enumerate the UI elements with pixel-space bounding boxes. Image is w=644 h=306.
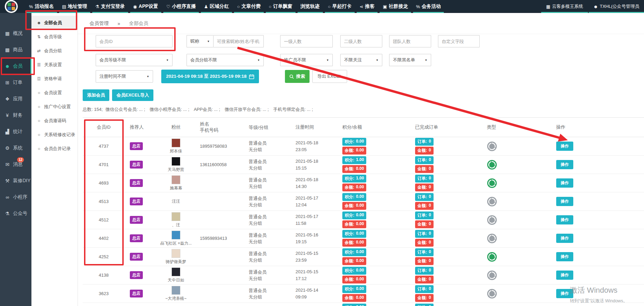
sidebar-item[interactable]: ▩ 商品 bbox=[0, 42, 31, 58]
custom-field-input[interactable] bbox=[438, 35, 480, 47]
sidebar-item[interactable]: ▦ 概况 bbox=[0, 25, 31, 42]
cell-phone: 18959758083 bbox=[195, 144, 244, 149]
referrer-badge[interactable]: 总店 bbox=[130, 253, 143, 261]
top-nav-item[interactable]: % 会务活动 bbox=[413, 0, 444, 13]
sidebar-item[interactable]: ⊞ 订单 bbox=[0, 74, 31, 91]
operate-button[interactable]: 操作 bbox=[556, 142, 573, 151]
submenu-item[interactable]: ○ 推广中心设置 bbox=[31, 100, 78, 114]
submenu-item[interactable]: ☻ 全部会员 bbox=[31, 16, 78, 30]
referrer-badge[interactable]: 总店 bbox=[130, 290, 143, 297]
top-nav-item[interactable]: ⚗ 支付宝登录 bbox=[92, 0, 128, 13]
date-range-button[interactable]: 2021-04-19 09:18 至 2021-05-19 09:18 bbox=[161, 70, 259, 83]
submenu-item[interactable]: ⇄ 会员分组 bbox=[31, 44, 78, 58]
sidebar-item[interactable]: ⚙ 系统 bbox=[0, 140, 31, 156]
operate-button[interactable]: 操作 bbox=[556, 289, 573, 298]
referrer-badge[interactable]: 总店 bbox=[130, 161, 143, 169]
referrer-badge[interactable]: 总店 bbox=[130, 271, 143, 279]
add-member-button[interactable]: 添加会员 bbox=[83, 89, 109, 101]
nickname-search-input[interactable] bbox=[213, 35, 264, 47]
top-nav-item[interactable]: ▣ 社群接龙 bbox=[380, 0, 411, 13]
top-bar-account-item[interactable]: ☻ TXHL(公众号管理员 bbox=[589, 0, 644, 13]
referrer-badge[interactable]: 总店 bbox=[130, 234, 143, 242]
top-nav-item[interactable]: ♡ 小程序直播 bbox=[163, 0, 199, 13]
submenu-item[interactable]: ○ 关系链修改记录 bbox=[31, 128, 78, 142]
sidebar-item[interactable]: ❖ 应用 bbox=[0, 91, 31, 107]
member-level-select[interactable]: 会员等级不限 ▼ bbox=[96, 54, 173, 66]
operate-button[interactable]: 操作 bbox=[556, 178, 573, 188]
member-group: 无分组 bbox=[249, 183, 292, 190]
member-group: 无分组 bbox=[249, 275, 292, 282]
export-excel-button[interactable]: 导出 EXCEL bbox=[312, 70, 347, 83]
referrer-badge[interactable]: 总店 bbox=[130, 198, 143, 205]
top-nav-item[interactable]: ◉ APP设置 bbox=[130, 0, 161, 13]
referrer-badge[interactable]: 总店 bbox=[130, 142, 143, 150]
points-value: 0.00 bbox=[356, 286, 364, 292]
points-label: 积分: bbox=[345, 157, 354, 163]
cell-member-id: 4693 bbox=[83, 180, 125, 186]
cell-points-balance: 积分:0.00 余额:0.00 bbox=[340, 285, 412, 302]
submenu-item[interactable]: ⇅ 会员等级 bbox=[31, 30, 78, 44]
nickname-field-select[interactable]: 昵称 ▼ bbox=[187, 35, 213, 47]
top-nav-item[interactable]: ♟ 区域分红 bbox=[201, 0, 232, 13]
top-nav-item[interactable]: 浏览轨迹 bbox=[298, 0, 323, 13]
circle-icon: ○ bbox=[237, 4, 240, 9]
top-nav-item[interactable]: ⋖ 推客 bbox=[357, 0, 378, 13]
top-nav-item[interactable]: ○ 订单飘窗 bbox=[266, 0, 296, 13]
cell-register-time: 2021-05-18 14:30 bbox=[292, 176, 340, 190]
submenu-item[interactable]: ☰ 关系设置 bbox=[31, 58, 78, 72]
sidebar-item[interactable]: ☻ 会员 bbox=[0, 58, 31, 74]
sidebar-item[interactable]: ▟ 统计 bbox=[0, 123, 31, 140]
submenu-item[interactable]: ○ 会员合并记录 bbox=[31, 142, 78, 156]
sidebar-item[interactable]: ⚒ 装修DIY bbox=[0, 173, 31, 189]
member-level: 普通会员 bbox=[249, 177, 292, 183]
operate-button[interactable]: 操作 bbox=[556, 160, 573, 169]
orders-badge: 订单:0 bbox=[415, 267, 434, 275]
submenu-item[interactable]: ○ 会员设置 bbox=[31, 86, 78, 100]
level2-count-input[interactable] bbox=[340, 35, 382, 47]
sidebar-item[interactable]: ¥ 财务 bbox=[0, 107, 31, 123]
breadcrumb-section[interactable]: 会员管理 bbox=[90, 20, 109, 27]
follow-select[interactable]: 不限关注 ▼ bbox=[340, 54, 382, 66]
excel-import-button[interactable]: 会员EXCEL导入 bbox=[112, 89, 153, 101]
sidebar-item[interactable]: ∞ 小程序 bbox=[0, 189, 31, 205]
operate-button[interactable]: 操作 bbox=[556, 197, 573, 206]
member-id-input[interactable] bbox=[96, 35, 173, 47]
operate-button[interactable]: 操作 bbox=[556, 271, 573, 280]
chevron-down-icon: ▼ bbox=[257, 59, 260, 62]
member-group: 无分组 bbox=[249, 294, 292, 300]
balance-value: 0.00 bbox=[356, 277, 364, 282]
team-count-input[interactable] bbox=[389, 35, 431, 47]
sidebar-item[interactable]: ✉ 消息 12 bbox=[0, 156, 31, 173]
points-value: 0.00 bbox=[356, 305, 364, 306]
amount-badge: 金额:0 bbox=[415, 276, 434, 283]
register-time-select[interactable]: 注册时间不限 ▼ bbox=[96, 70, 153, 83]
app-logo[interactable] bbox=[5, 0, 18, 13]
member-group-select[interactable]: 会员分组不限 ▼ bbox=[187, 54, 264, 66]
chevron-down-icon: ▼ bbox=[166, 59, 169, 62]
cell-register-time: 2021-05-15 17:12 bbox=[292, 268, 340, 282]
referrer-badge[interactable]: 总店 bbox=[130, 216, 143, 224]
logo-block-yellow bbox=[12, 7, 15, 10]
top-nav-item[interactable]: ○ 早起打卡 bbox=[325, 0, 355, 13]
search-button[interactable]: 搜索 bbox=[285, 70, 310, 83]
promoter-select[interactable]: 推广员不限 ▼ bbox=[280, 54, 333, 66]
level1-count-input[interactable] bbox=[280, 35, 333, 47]
submenu-item[interactable]: ○ 会员邀请码 bbox=[31, 114, 78, 128]
operate-button[interactable]: 操作 bbox=[556, 234, 573, 243]
top-nav-item[interactable]: ▤ 地址管理 bbox=[59, 0, 90, 13]
submenu-item[interactable]: ☲ 资格申请 bbox=[31, 72, 78, 86]
blacklist-select[interactable]: 不限黑名单 ▼ bbox=[389, 54, 431, 66]
points-badge: 积分:0.00 bbox=[342, 138, 366, 146]
top-nav-item[interactable]: % 活动报名 bbox=[26, 0, 57, 13]
amount-badge: 金额:0 bbox=[415, 165, 434, 173]
wechat-type-icon bbox=[487, 252, 497, 262]
referrer-badge[interactable]: 总店 bbox=[130, 179, 143, 187]
cell-operate: 操作 bbox=[533, 178, 644, 188]
orders-value: 0 bbox=[429, 213, 431, 218]
operate-button[interactable]: 操作 bbox=[556, 215, 573, 224]
balance-badge: 余额:0.00 bbox=[342, 202, 366, 210]
top-bar-account-item[interactable]: ▦ 云客多模王系统 bbox=[541, 0, 588, 13]
top-nav-item[interactable]: ○ 文章付费 bbox=[234, 0, 264, 13]
sidebar-item[interactable]: ⚗ 公众号 bbox=[0, 205, 31, 222]
operate-button[interactable]: 操作 bbox=[556, 252, 573, 261]
